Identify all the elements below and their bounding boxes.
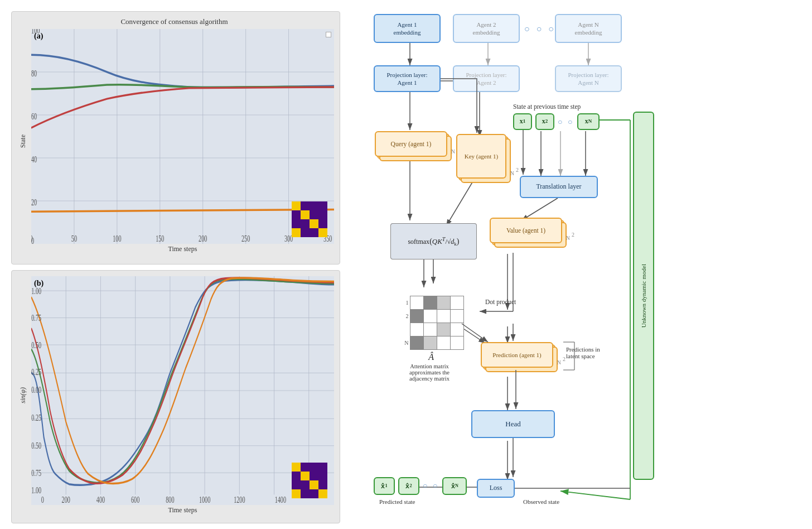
- left-panel: Convergence of consensus algorithm State: [0, 0, 346, 529]
- right-panel: Agent 1 embedding Agent 2 embedding ○ ○ …: [346, 0, 812, 529]
- agent2-embedding-box: Agent 2 embedding: [453, 14, 520, 43]
- svg-text:40: 40: [31, 153, 37, 165]
- svg-rect-75: [310, 463, 318, 472]
- agent1-embedding-label: Agent 1 embedding: [394, 21, 421, 37]
- proj2-box: Projection layer: Agent 2: [453, 65, 520, 92]
- value-stack: Value (agent 1) N 2: [490, 218, 562, 243]
- svg-text:−0.75: −0.75: [31, 468, 41, 478]
- unknown-model-box: Unknown dynamic model: [633, 112, 654, 480]
- attn-matrix: 1 2: [399, 285, 464, 382]
- chart-a-container: Convergence of consensus algorithm State: [11, 11, 340, 264]
- chart-b-ylabel: sin(φ): [19, 387, 27, 403]
- projN-label: Projection layer: Agent N: [568, 71, 608, 87]
- loss-box: Loss: [477, 479, 515, 498]
- svg-line-100: [521, 198, 558, 220]
- chart-a-svg: 100 80 60 40 20 0 0 50 100 150 200 250 3…: [31, 29, 334, 244]
- svg-text:0: 0: [31, 233, 33, 244]
- svg-rect-76: [318, 463, 327, 472]
- svg-line-112: [560, 491, 630, 499]
- svg-rect-87: [310, 489, 318, 498]
- dot-product-label: Dot product: [485, 299, 516, 305]
- svg-text:−0.50: −0.50: [31, 441, 41, 451]
- attn-desc: Attention matrix approximates the adjace…: [399, 363, 460, 382]
- proj1-label: Projection layer: Agent 1: [386, 71, 427, 87]
- key-label: Key (agent 1): [465, 152, 498, 160]
- svg-rect-24: [292, 201, 301, 210]
- prediction-stack: Prediction (agent 1) N 2: [481, 342, 553, 368]
- svg-text:−0.25: −0.25: [31, 413, 41, 423]
- state-prev-label: State at previous time step: [513, 103, 581, 110]
- svg-text:60: 60: [31, 110, 37, 122]
- svg-text:800: 800: [166, 495, 174, 505]
- chart-a-ylabel: State: [19, 134, 27, 148]
- observed-state-label: Observed state: [523, 498, 559, 505]
- svg-rect-85: [292, 489, 301, 498]
- attn-a-hat: Â: [399, 352, 464, 362]
- svg-rect-27: [318, 201, 327, 210]
- svg-text:50: 50: [71, 233, 77, 244]
- svg-rect-77: [292, 472, 301, 480]
- unknown-model-label: Unknown dynamic model: [640, 264, 647, 328]
- value-box: Value (agent 1): [490, 218, 562, 243]
- svg-rect-39: [318, 228, 327, 237]
- svg-text:100: 100: [113, 233, 121, 244]
- value-n-label: N: [566, 235, 570, 241]
- svg-rect-78: [301, 472, 310, 480]
- agentN-embedding-box: Agent N embedding: [555, 14, 622, 43]
- query-stack: Query (agent 1) N 2: [375, 131, 447, 157]
- proj2-label: Projection layer: Agent 2: [466, 71, 506, 87]
- svg-rect-36: [292, 228, 301, 237]
- svg-text:0.25: 0.25: [31, 367, 41, 377]
- translation-layer-box: Translation layer: [520, 176, 598, 198]
- softmax-formula: softmax(QKT/√dk): [408, 236, 459, 247]
- svg-text:0: 0: [41, 495, 44, 505]
- pred-2-label: 2: [563, 356, 566, 362]
- xhat-dots: ○ ○: [423, 482, 439, 490]
- svg-rect-73: [292, 463, 301, 472]
- xhat1-box: x̂1: [374, 477, 395, 495]
- svg-text:0.50: 0.50: [31, 340, 41, 350]
- query-n-label: N: [451, 148, 455, 155]
- svg-rect-33: [301, 219, 310, 228]
- head-label: Head: [505, 420, 520, 429]
- agent1-embedding-box: Agent 1 embedding: [374, 14, 441, 43]
- svg-text:400: 400: [96, 495, 105, 505]
- svg-rect-29: [301, 210, 310, 219]
- pred-n-label: N: [557, 359, 561, 366]
- softmax-formula-box: softmax(QKT/√dk): [390, 223, 477, 259]
- diagram: Agent 1 embedding Agent 2 embedding ○ ○ …: [357, 8, 801, 521]
- xhat2-box: x̂2: [398, 477, 419, 495]
- chart-a-title: Convergence of consensus algorithm: [14, 17, 334, 26]
- svg-rect-81: [292, 480, 301, 489]
- svg-rect-32: [292, 219, 301, 228]
- xhatN-box: x̂N: [442, 477, 467, 495]
- svg-rect-25: [301, 201, 310, 210]
- svg-rect-31: [318, 210, 327, 219]
- chart-b-matrix: [292, 463, 327, 498]
- chart-a-xlabel: Time steps: [31, 245, 334, 253]
- agent2-embedding-label: Agent 2 embedding: [473, 21, 500, 37]
- svg-rect-38: [310, 228, 318, 237]
- svg-rect-74: [301, 463, 310, 472]
- value-label: Value (agent 1): [506, 227, 545, 235]
- proj1-box: Projection layer: Agent 1: [374, 65, 441, 92]
- svg-text:1400: 1400: [275, 495, 286, 505]
- key-stack: Key (agent 1) N 2: [456, 134, 506, 179]
- chart-b-container: sin(φ): [11, 270, 340, 523]
- svg-rect-80: [318, 472, 327, 480]
- state-x2-box: x2: [535, 113, 554, 130]
- chart-b-area: 1.00 0.75 0.50 0.25 0.00 −0.25 −0.50 −0.…: [31, 276, 334, 505]
- query-box: Query (agent 1): [375, 131, 447, 157]
- svg-rect-86: [301, 489, 310, 498]
- key-box: Key (agent 1): [456, 134, 506, 179]
- svg-rect-30: [310, 210, 318, 219]
- chart-a-scroll: [326, 32, 331, 37]
- chart-a-label: (a): [34, 32, 43, 41]
- chart-a-area: 100 80 60 40 20 0 0 50 100 150 200 250 3…: [31, 29, 334, 244]
- svg-text:0.00: 0.00: [31, 384, 41, 395]
- value-2-label: 2: [572, 232, 574, 238]
- chart-b-xlabel: Time steps: [31, 506, 334, 514]
- projN-box: Projection layer: Agent N: [555, 65, 622, 92]
- svg-line-118: [462, 324, 488, 342]
- svg-text:1000: 1000: [199, 495, 210, 505]
